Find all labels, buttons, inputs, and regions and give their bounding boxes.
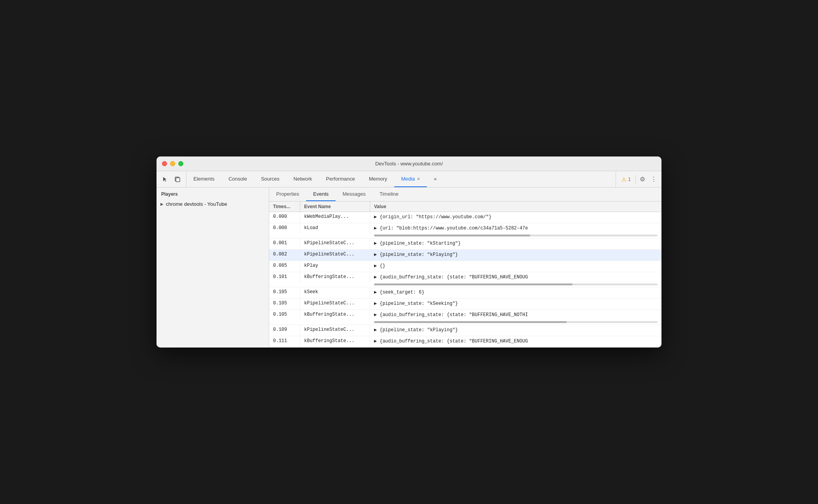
sub-tab-properties[interactable]: Properties bbox=[269, 188, 306, 201]
tab-media[interactable]: Media × bbox=[394, 171, 427, 187]
tab-network[interactable]: Network bbox=[287, 171, 319, 187]
sidebar: Players ▶ chrome devtools - YouTube bbox=[157, 188, 269, 348]
cell-event-name: kBufferingState... bbox=[300, 310, 370, 321]
close-button[interactable] bbox=[162, 161, 167, 166]
cell-timestamp: 0.109 bbox=[269, 325, 300, 336]
window-title: DevTools - www.youtube.com/ bbox=[375, 161, 443, 167]
cell-event-name: kLoad bbox=[300, 223, 370, 234]
cell-event-name: kBufferingState... bbox=[300, 336, 370, 347]
tab-elements[interactable]: Elements bbox=[186, 171, 221, 187]
cursor-icon bbox=[162, 176, 168, 182]
devtools-window: DevTools - www.youtube.com/ Elements Con bbox=[157, 156, 661, 348]
table-row[interactable]: 0.111kBufferingState...▶ {audio_bufferin… bbox=[269, 336, 661, 348]
table-row[interactable]: 0.105kSeek▶ {seek_target: 6} bbox=[269, 287, 661, 299]
cell-value: ▶ {url: "blob:https://www.youtube.com/c3… bbox=[370, 223, 661, 234]
cell-timestamp: 0.082 bbox=[269, 250, 300, 261]
table-rows: 0.000kWebMediaPlay...▶ {origin_url: "htt… bbox=[269, 212, 661, 348]
cell-value: ▶ {audio_buffering_state: {state: "BUFFE… bbox=[370, 272, 661, 283]
settings-button[interactable]: ⚙ bbox=[638, 174, 647, 184]
toolbar: Elements Console Sources Network Perform… bbox=[157, 171, 661, 188]
svg-rect-1 bbox=[176, 178, 180, 182]
toolbar-icon-group bbox=[157, 171, 186, 187]
header-event-name: Event Name bbox=[300, 202, 370, 212]
more-options-button[interactable]: ⋮ bbox=[649, 174, 658, 184]
tab-performance[interactable]: Performance bbox=[319, 171, 362, 187]
title-bar: DevTools - www.youtube.com/ bbox=[157, 156, 661, 171]
cell-event-name: kSeek bbox=[300, 287, 370, 298]
toolbar-right: ⚠ 1 ⚙ ⋮ bbox=[616, 171, 661, 187]
cell-event-name: kPipelineStateC... bbox=[300, 250, 370, 261]
table-row[interactable]: 0.105kBufferingState...▶ {audio_bufferin… bbox=[269, 310, 661, 325]
tab-console[interactable]: Console bbox=[221, 171, 254, 187]
nav-tabs: Elements Console Sources Network Perform… bbox=[186, 171, 616, 187]
maximize-button[interactable] bbox=[178, 161, 183, 166]
cell-timestamp: 0.000 bbox=[269, 223, 300, 234]
header-timestamp: Times... bbox=[269, 202, 300, 212]
sidebar-header: Players bbox=[157, 188, 269, 199]
warning-icon: ⚠ bbox=[621, 176, 627, 182]
table-header: Times... Event Name Value bbox=[269, 202, 661, 212]
table-row[interactable]: 0.101kBufferingState...▶ {audio_bufferin… bbox=[269, 272, 661, 287]
cell-value: ▶ {pipeline_state: "kPlaying"} bbox=[370, 325, 661, 336]
tab-more[interactable]: » bbox=[427, 171, 444, 187]
table-row[interactable]: 0.000kLoad▶ {url: "blob:https://www.yout… bbox=[269, 223, 661, 238]
layers-icon bbox=[174, 176, 181, 182]
sub-tabs: Properties Events Messages Timeline bbox=[269, 188, 661, 202]
cell-timestamp: 0.105 bbox=[269, 287, 300, 298]
cell-value: ▶ {pipeline_state: "kPlaying"} bbox=[370, 250, 661, 261]
cursor-tool-button[interactable] bbox=[160, 174, 171, 185]
table-row[interactable]: 0.001kPipelineStateC...▶ {pipeline_state… bbox=[269, 238, 661, 250]
cell-timestamp: 0.105 bbox=[269, 310, 300, 321]
tab-memory[interactable]: Memory bbox=[362, 171, 394, 187]
divider bbox=[635, 175, 636, 184]
table-row[interactable]: 0.105kPipelineStateC...▶ {pipeline_state… bbox=[269, 299, 661, 310]
events-table: Times... Event Name Value 0.000kWebMedia… bbox=[269, 202, 661, 348]
cell-timestamp: 0.000 bbox=[269, 212, 300, 223]
cell-value: ▶ {pipeline_state: "kStarting"} bbox=[370, 238, 661, 249]
layers-tool-button[interactable] bbox=[172, 174, 183, 185]
horizontal-scrollbar[interactable] bbox=[374, 321, 567, 323]
cell-event-name: kPlay bbox=[300, 261, 370, 272]
header-value: Value bbox=[370, 202, 661, 212]
table-row[interactable]: 0.085kPlay▶ {} bbox=[269, 261, 661, 272]
sidebar-item-player[interactable]: ▶ chrome devtools - YouTube bbox=[157, 199, 269, 209]
cell-event-name: kWebMediaPlay... bbox=[300, 212, 370, 223]
cell-value: ▶ {} bbox=[370, 261, 661, 272]
warning-badge[interactable]: ⚠ 1 bbox=[619, 176, 633, 183]
traffic-lights bbox=[157, 161, 183, 166]
cell-timestamp: 0.105 bbox=[269, 299, 300, 309]
cell-timestamp: 0.111 bbox=[269, 336, 300, 347]
sub-tab-messages[interactable]: Messages bbox=[336, 188, 372, 201]
cell-event-name: kPipelineStateC... bbox=[300, 238, 370, 249]
table-row[interactable]: 0.000kWebMediaPlay...▶ {origin_url: "htt… bbox=[269, 212, 661, 223]
cell-timestamp: 0.101 bbox=[269, 272, 300, 283]
minimize-button[interactable] bbox=[170, 161, 175, 166]
expand-arrow-icon: ▶ bbox=[160, 202, 164, 206]
cell-timestamp: 0.085 bbox=[269, 261, 300, 272]
table-row[interactable]: 0.082kPipelineStateC...▶ {pipeline_state… bbox=[269, 250, 661, 261]
sub-tab-timeline[interactable]: Timeline bbox=[372, 188, 406, 201]
cell-event-name: kPipelineStateC... bbox=[300, 299, 370, 309]
table-row[interactable]: 0.109kPipelineStateC...▶ {pipeline_state… bbox=[269, 325, 661, 336]
main-content: Players ▶ chrome devtools - YouTube Prop… bbox=[157, 188, 661, 348]
cell-value: ▶ {pipeline_state: "kSeeking"} bbox=[370, 299, 661, 309]
cell-event-name: kBufferingState... bbox=[300, 272, 370, 283]
cell-value: ▶ {audio_buffering_state: {state: "BUFFE… bbox=[370, 336, 661, 347]
cell-event-name: kPipelineStateC... bbox=[300, 325, 370, 336]
horizontal-scrollbar[interactable] bbox=[374, 235, 530, 236]
sub-tab-events[interactable]: Events bbox=[306, 188, 336, 201]
cell-timestamp: 0.001 bbox=[269, 238, 300, 249]
tab-sources[interactable]: Sources bbox=[254, 171, 287, 187]
cell-value: ▶ {audio_buffering_state: {state: "BUFFE… bbox=[370, 310, 661, 321]
tab-media-close[interactable]: × bbox=[417, 176, 420, 182]
cell-value: ▶ {seek_target: 6} bbox=[370, 287, 661, 298]
right-panel: Properties Events Messages Timeline Time… bbox=[269, 188, 661, 348]
horizontal-scrollbar[interactable] bbox=[374, 283, 573, 285]
cell-value: ▶ {origin_url: "https://www.youtube.com/… bbox=[370, 212, 661, 223]
